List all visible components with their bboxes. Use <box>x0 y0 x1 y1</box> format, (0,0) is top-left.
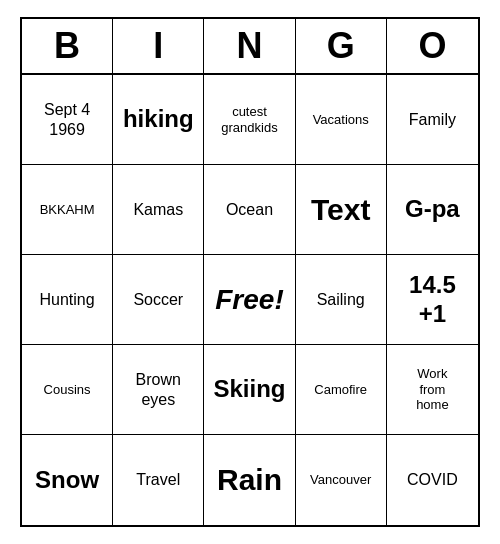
bingo-cell: G-pa <box>387 165 478 255</box>
bingo-letter: O <box>387 19 478 73</box>
bingo-cell: Cousins <box>22 345 113 435</box>
bingo-cell: Soccer <box>113 255 204 345</box>
bingo-cell: Work from home <box>387 345 478 435</box>
bingo-grid: Sept 4 1969hikingcutest grandkidsVacatio… <box>22 75 478 525</box>
bingo-cell: Sailing <box>296 255 387 345</box>
bingo-cell: Text <box>296 165 387 255</box>
bingo-cell: Vancouver <box>296 435 387 525</box>
bingo-cell: BKKAHM <box>22 165 113 255</box>
bingo-letter: G <box>296 19 387 73</box>
bingo-cell: Rain <box>204 435 295 525</box>
bingo-cell: Sept 4 1969 <box>22 75 113 165</box>
bingo-cell: Hunting <box>22 255 113 345</box>
bingo-letter: I <box>113 19 204 73</box>
bingo-letter: N <box>204 19 295 73</box>
bingo-cell: Ocean <box>204 165 295 255</box>
bingo-cell: Camofire <box>296 345 387 435</box>
bingo-header: BINGO <box>22 19 478 75</box>
bingo-cell: Family <box>387 75 478 165</box>
bingo-cell: Kamas <box>113 165 204 255</box>
bingo-cell: Skiing <box>204 345 295 435</box>
bingo-letter: B <box>22 19 113 73</box>
bingo-cell: Travel <box>113 435 204 525</box>
bingo-cell: Brown eyes <box>113 345 204 435</box>
bingo-cell: hiking <box>113 75 204 165</box>
bingo-cell: 14.5 +1 <box>387 255 478 345</box>
bingo-cell: Vacations <box>296 75 387 165</box>
bingo-cell: Snow <box>22 435 113 525</box>
bingo-cell: Free! <box>204 255 295 345</box>
bingo-cell: cutest grandkids <box>204 75 295 165</box>
bingo-card: BINGO Sept 4 1969hikingcutest grandkidsV… <box>20 17 480 527</box>
bingo-cell: COVID <box>387 435 478 525</box>
